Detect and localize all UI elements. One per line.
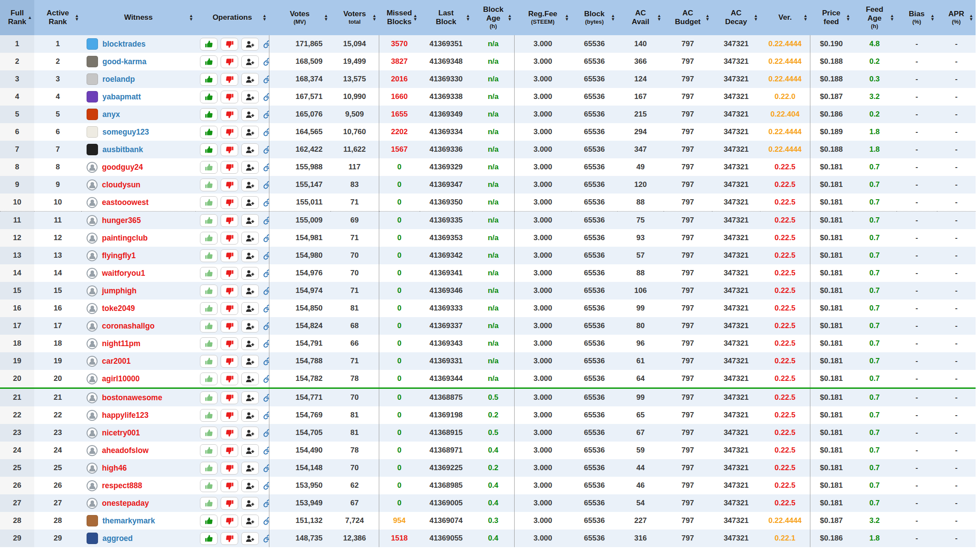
witness-link-icon[interactable] xyxy=(263,198,269,207)
proxy-vote-button[interactable] xyxy=(241,515,259,527)
witness-link-icon[interactable] xyxy=(263,340,269,348)
vote-up-button[interactable] xyxy=(200,143,218,156)
vote-up-button[interactable] xyxy=(200,108,218,121)
proxy-vote-button[interactable] xyxy=(241,179,259,191)
vote-down-button[interactable] xyxy=(221,444,238,457)
vote-down-button[interactable] xyxy=(221,320,238,332)
witness-link-icon[interactable] xyxy=(263,464,269,472)
witness-name-link[interactable]: anyx xyxy=(102,110,120,119)
proxy-vote-button[interactable] xyxy=(241,479,259,492)
witness-name-link[interactable]: yabapmatt xyxy=(102,92,141,102)
column-header-last_block[interactable]: LastBlock▲▼ xyxy=(420,0,472,35)
proxy-vote-button[interactable] xyxy=(241,444,259,457)
column-header-block_age[interactable]: BlockAge(h)▲▼ xyxy=(472,0,514,35)
column-header-full_rank[interactable]: FullRank▲ xyxy=(0,0,34,35)
column-header-voters[interactable]: Voterstotal▲▼ xyxy=(330,0,379,35)
witness-name-link[interactable]: eastooowest xyxy=(102,198,149,207)
vote-down-button[interactable] xyxy=(221,249,238,262)
column-header-votes[interactable]: Votes(MV)▲▼ xyxy=(269,0,330,35)
witness-link-icon[interactable] xyxy=(263,446,269,455)
witness-name-link[interactable]: cloudysun xyxy=(102,180,141,190)
witness-name-link[interactable]: goodguy24 xyxy=(102,163,143,172)
proxy-vote-button[interactable] xyxy=(241,355,259,368)
vote-up-button[interactable] xyxy=(200,373,218,385)
proxy-vote-button[interactable] xyxy=(241,108,259,121)
proxy-vote-button[interactable] xyxy=(241,462,259,475)
column-header-missed_blocks[interactable]: MissedBlocks▲▼ xyxy=(379,0,420,35)
proxy-vote-button[interactable] xyxy=(241,497,259,510)
vote-down-button[interactable] xyxy=(221,55,238,68)
vote-down-button[interactable] xyxy=(221,462,238,475)
proxy-vote-button[interactable] xyxy=(241,214,259,227)
witness-name-link[interactable]: jumphigh xyxy=(102,286,137,296)
witness-name-link[interactable]: aheadofslow xyxy=(102,446,149,455)
vote-down-button[interactable] xyxy=(221,391,238,404)
vote-down-button[interactable] xyxy=(221,355,238,368)
witness-link-icon[interactable] xyxy=(263,216,269,225)
vote-down-button[interactable] xyxy=(221,91,238,103)
proxy-vote-button[interactable] xyxy=(241,91,259,103)
vote-down-button[interactable] xyxy=(221,515,238,527)
witness-link-icon[interactable] xyxy=(263,517,269,525)
column-header-price_feed[interactable]: Pricefeed▲▼ xyxy=(810,0,853,35)
witness-name-link[interactable]: coronashallgo xyxy=(102,321,155,331)
column-header-operations[interactable]: Operations▲▼ xyxy=(196,0,269,35)
witness-name-link[interactable]: nicetry001 xyxy=(102,428,140,438)
witness-link-icon[interactable] xyxy=(263,357,269,365)
proxy-vote-button[interactable] xyxy=(241,249,259,262)
witness-link-icon[interactable] xyxy=(263,75,269,84)
vote-up-button[interactable] xyxy=(200,355,218,368)
witness-name-link[interactable]: roelandp xyxy=(102,75,135,84)
vote-up-button[interactable] xyxy=(200,161,218,174)
proxy-vote-button[interactable] xyxy=(241,320,259,332)
witness-link-icon[interactable] xyxy=(263,499,269,508)
witness-link-icon[interactable] xyxy=(263,304,269,313)
column-header-apr[interactable]: APR(%)▲▼ xyxy=(937,0,976,35)
proxy-vote-button[interactable] xyxy=(241,373,259,385)
proxy-vote-button[interactable] xyxy=(241,55,259,68)
witness-name-link[interactable]: car2001 xyxy=(102,357,131,366)
witness-link-icon[interactable] xyxy=(263,322,269,330)
witness-name-link[interactable]: blocktrades xyxy=(102,40,145,49)
vote-up-button[interactable] xyxy=(200,409,218,422)
witness-name-link[interactable]: respect888 xyxy=(102,481,142,490)
witness-name-link[interactable]: themarkymark xyxy=(102,516,155,526)
proxy-vote-button[interactable] xyxy=(241,409,259,422)
column-header-bias[interactable]: Bias(%)▲▼ xyxy=(897,0,937,35)
vote-up-button[interactable] xyxy=(200,38,218,51)
vote-up-button[interactable] xyxy=(200,479,218,492)
proxy-vote-button[interactable] xyxy=(241,161,259,174)
proxy-vote-button[interactable] xyxy=(241,337,259,350)
vote-up-button[interactable] xyxy=(200,267,218,280)
vote-down-button[interactable] xyxy=(221,126,238,139)
column-header-reg_fee[interactable]: Reg.Fee(STEEM)▲▼ xyxy=(514,0,571,35)
vote-up-button[interactable] xyxy=(200,337,218,350)
witness-name-link[interactable]: good-karma xyxy=(102,57,146,66)
proxy-vote-button[interactable] xyxy=(241,232,259,245)
witness-name-link[interactable]: night11pm xyxy=(102,339,141,348)
proxy-vote-button[interactable] xyxy=(241,143,259,156)
vote-up-button[interactable] xyxy=(200,320,218,332)
vote-up-button[interactable] xyxy=(200,515,218,527)
witness-name-link[interactable]: happylife123 xyxy=(102,411,149,420)
witness-name-link[interactable]: bostonawesome xyxy=(102,393,162,402)
vote-up-button[interactable] xyxy=(200,179,218,191)
witness-link-icon[interactable] xyxy=(263,269,269,278)
vote-up-button[interactable] xyxy=(200,73,218,86)
column-header-active_rank[interactable]: ActiveRank▲▼ xyxy=(34,0,81,35)
vote-down-button[interactable] xyxy=(221,214,238,227)
column-header-block_bytes[interactable]: Block(bytes)▲▼ xyxy=(571,0,617,35)
vote-down-button[interactable] xyxy=(221,409,238,422)
witness-link-icon[interactable] xyxy=(263,181,269,189)
vote-up-button[interactable] xyxy=(200,444,218,457)
witness-link-icon[interactable] xyxy=(263,411,269,420)
proxy-vote-button[interactable] xyxy=(241,126,259,139)
proxy-vote-button[interactable] xyxy=(241,196,259,209)
column-header-witness[interactable]: Witness▲▼ xyxy=(81,0,196,35)
vote-up-button[interactable] xyxy=(200,249,218,262)
witness-link-icon[interactable] xyxy=(263,429,269,437)
witness-link-icon[interactable] xyxy=(263,128,269,136)
vote-up-button[interactable] xyxy=(200,91,218,103)
column-header-ver[interactable]: Ver.▲▼ xyxy=(760,0,810,35)
vote-down-button[interactable] xyxy=(221,38,238,51)
